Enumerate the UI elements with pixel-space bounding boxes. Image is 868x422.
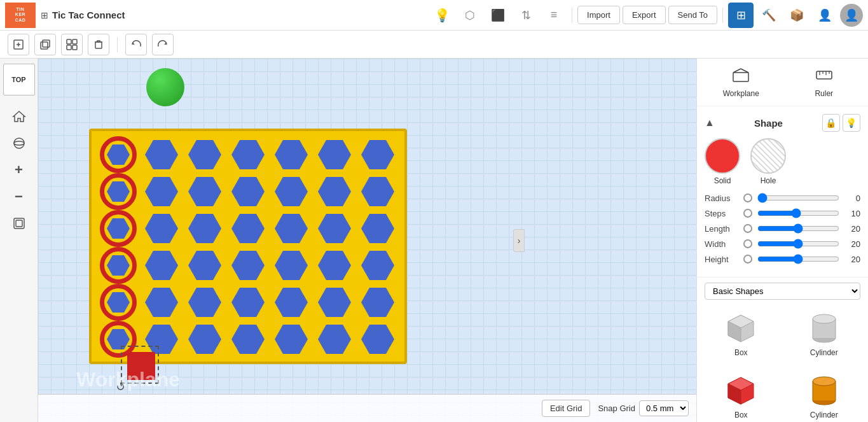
- hex-shape-r3-c3: [231, 251, 265, 280]
- undo-button[interactable]: [125, 34, 147, 55]
- shape-icon[interactable]: ⬡: [457, 3, 483, 28]
- align-icon[interactable]: ≡: [541, 3, 567, 28]
- hex-cell-r5-c5[interactable]: [313, 321, 356, 358]
- hex-cell-r0-c3[interactable]: [226, 136, 270, 173]
- workplane-button[interactable]: Workplane: [702, 64, 780, 101]
- green-ball[interactable]: [146, 68, 184, 106]
- hex-cell-r3-c5[interactable]: [313, 247, 356, 284]
- hex-cell-r5-c3[interactable]: [226, 321, 270, 358]
- steps-slider[interactable]: [757, 208, 839, 218]
- hex-cell-r2-c4[interactable]: [270, 210, 313, 247]
- hex-cell-r2-c5[interactable]: [313, 210, 356, 247]
- radius-slider[interactable]: [757, 193, 839, 203]
- export-button[interactable]: Export: [623, 6, 666, 24]
- hex-cell-r1-c3[interactable]: [226, 173, 270, 210]
- hex-cell-r3-c0[interactable]: [97, 247, 140, 284]
- hex-cell-r2-c3[interactable]: [226, 210, 270, 247]
- hex-shape-r5-c2: [188, 325, 221, 354]
- shapes-library: Basic Shapes Featured Letters Box: [697, 278, 868, 422]
- hex-cell-r3-c3[interactable]: [226, 247, 270, 284]
- shape-item-cylinder-orange[interactable]: Cylinder: [785, 367, 864, 422]
- hex-cell-r4-c1[interactable]: [140, 284, 183, 321]
- combine-icon[interactable]: ⬛: [485, 3, 511, 28]
- library-dropdown[interactable]: Basic Shapes Featured Letters: [705, 283, 860, 300]
- view-label[interactable]: TOP: [3, 64, 35, 95]
- hex-cell-r1-c4[interactable]: [270, 173, 313, 210]
- hex-shape-r0-c1: [145, 140, 178, 169]
- home-icon[interactable]: [8, 106, 30, 127]
- group-button[interactable]: [61, 34, 83, 55]
- hex-cell-r1-c2[interactable]: [183, 173, 226, 210]
- lock-button[interactable]: 🔒: [822, 114, 840, 132]
- hex-shape-r1-c6: [361, 177, 394, 206]
- hex-cell-r5-c6[interactable]: [356, 321, 399, 358]
- hex-cell-r2-c6[interactable]: [356, 210, 399, 247]
- width-slider[interactable]: [757, 239, 839, 249]
- hex-cell-r1-c0[interactable]: [97, 173, 140, 210]
- height-label: Height: [705, 255, 738, 264]
- hex-cell-r0-c5[interactable]: [313, 136, 356, 173]
- hex-cell-r4-c0[interactable]: [97, 284, 140, 321]
- snap-grid-select[interactable]: 0.5 mm 1 mm 2 mm: [639, 400, 689, 416]
- collapse-panel-button[interactable]: ›: [513, 229, 525, 252]
- box-button[interactable]: 📦: [784, 3, 809, 28]
- hex-shape-r2-c1: [145, 214, 178, 243]
- hex-cell-r4-c5[interactable]: [313, 284, 356, 321]
- hole-option[interactable]: Hole: [750, 138, 786, 185]
- hex-cell-r4-c4[interactable]: [270, 284, 313, 321]
- edit-grid-button[interactable]: Edit Grid: [542, 400, 591, 417]
- hex-cell-r2-c1[interactable]: [140, 210, 183, 247]
- hex-cell-r5-c4[interactable]: [270, 321, 313, 358]
- hex-cell-r4-c3[interactable]: [226, 284, 270, 321]
- hammer-button[interactable]: 🔨: [756, 3, 782, 28]
- hint-icon[interactable]: 💡: [429, 3, 455, 28]
- redo-button[interactable]: [152, 34, 174, 55]
- hex-cell-r0-c1[interactable]: [140, 136, 183, 173]
- new-button[interactable]: [8, 34, 29, 55]
- hex-cell-r4-c6[interactable]: [356, 284, 399, 321]
- height-slider[interactable]: [757, 254, 839, 264]
- zoom-out-icon[interactable]: −: [8, 186, 30, 207]
- light-button[interactable]: 💡: [843, 114, 860, 132]
- selected-object[interactable]: ↺: [121, 346, 159, 384]
- collapse-arrow[interactable]: ▲: [705, 117, 715, 129]
- hex-cell-r1-c6[interactable]: [356, 173, 399, 210]
- hex-shape-r1-c1: [145, 177, 178, 206]
- hex-shape-r5-c6: [361, 325, 394, 354]
- hex-cell-r0-c2[interactable]: [183, 136, 226, 173]
- hex-cell-r5-c2[interactable]: [183, 321, 226, 358]
- copy-button[interactable]: [34, 34, 56, 55]
- hex-cell-r3-c6[interactable]: [356, 247, 399, 284]
- hex-cell-r0-c0[interactable]: [97, 136, 140, 173]
- hex-cell-r2-c0[interactable]: [97, 210, 140, 247]
- layers-icon[interactable]: [8, 213, 30, 234]
- avatar[interactable]: 👤: [840, 4, 863, 27]
- grid-view-button[interactable]: ⊞: [728, 3, 754, 28]
- sendto-button[interactable]: Send To: [668, 6, 717, 24]
- shape-item-cylinder-gray[interactable]: Cylinder: [785, 305, 864, 362]
- hex-cell-r3-c1[interactable]: [140, 247, 183, 284]
- hex-cell-r3-c4[interactable]: [270, 247, 313, 284]
- zoom-in-icon[interactable]: +: [8, 159, 30, 181]
- canvas-area[interactable]: ↺ Workplane › Edit Grid Snap Grid 0.5 mm…: [38, 59, 696, 422]
- solid-option[interactable]: Solid: [705, 138, 740, 185]
- orbit-icon[interactable]: [8, 132, 30, 154]
- hex-cell-r3-c2[interactable]: [183, 247, 226, 284]
- hex-cell-r1-c1[interactable]: [140, 173, 183, 210]
- flip-icon[interactable]: ⇅: [513, 3, 539, 28]
- hex-cell-r1-c5[interactable]: [313, 173, 356, 210]
- hex-cell-r0-c4[interactable]: [270, 136, 313, 173]
- hex-shape-r4-c6: [361, 288, 394, 317]
- ruler-button[interactable]: Ruler: [785, 64, 864, 101]
- hex-cell-r0-c6[interactable]: [356, 136, 399, 173]
- length-slider[interactable]: [757, 223, 839, 234]
- add-user-button[interactable]: 👤: [812, 3, 837, 28]
- svg-point-12: [14, 138, 24, 148]
- hex-cell-r4-c2[interactable]: [183, 284, 226, 321]
- import-button[interactable]: Import: [577, 6, 620, 24]
- delete-button[interactable]: [88, 34, 109, 55]
- hex-cell-r2-c2[interactable]: [183, 210, 226, 247]
- svg-rect-9: [95, 42, 102, 48]
- shape-item-box-red[interactable]: Box: [702, 367, 780, 422]
- shape-item-box-gray[interactable]: Box: [702, 305, 780, 362]
